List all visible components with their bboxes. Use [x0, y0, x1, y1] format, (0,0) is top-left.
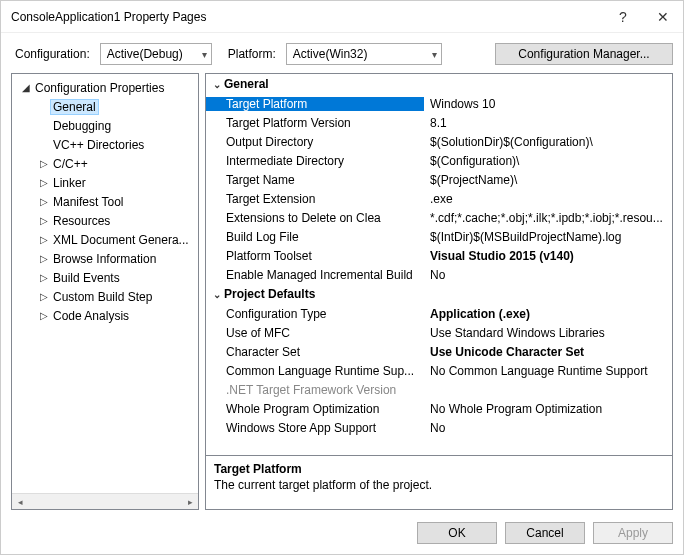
- tree-item[interactable]: ▷Custom Build Step: [12, 287, 198, 306]
- property-row[interactable]: Extensions to Delete on Clea*.cdf;*.cach…: [206, 208, 672, 227]
- tree-item[interactable]: VC++ Directories: [12, 135, 198, 154]
- property-value[interactable]: $(IntDir)$(MSBuildProjectName).log: [424, 230, 672, 244]
- tree-item-label: Build Events: [50, 271, 123, 285]
- expand-icon[interactable]: ▷: [38, 177, 50, 188]
- property-value[interactable]: .exe: [424, 192, 672, 206]
- platform-dropdown[interactable]: Active(Win32) ▾: [286, 43, 442, 65]
- apply-button[interactable]: Apply: [593, 522, 673, 544]
- property-value[interactable]: Application (.exe): [424, 307, 672, 321]
- property-row[interactable]: Target Name$(ProjectName)\: [206, 170, 672, 189]
- property-value[interactable]: *.cdf;*.cache;*.obj;*.ilk;*.ipdb;*.iobj;…: [424, 211, 672, 225]
- property-name: Common Language Runtime Sup...: [206, 364, 424, 378]
- chevron-down-icon: ▾: [432, 49, 437, 60]
- property-row[interactable]: .NET Target Framework Version: [206, 380, 672, 399]
- property-value[interactable]: $(Configuration)\: [424, 154, 672, 168]
- tree-root-label: Configuration Properties: [32, 81, 167, 95]
- collapse-icon[interactable]: ⌄: [210, 79, 224, 90]
- tree-item[interactable]: ▷Resources: [12, 211, 198, 230]
- property-row[interactable]: Target Extension.exe: [206, 189, 672, 208]
- property-value[interactable]: No Whole Program Optimization: [424, 402, 672, 416]
- property-grid[interactable]: ⌄ General Target PlatformWindows 10Targe…: [205, 73, 673, 456]
- property-row[interactable]: Configuration TypeApplication (.exe): [206, 304, 672, 323]
- tree-item-label: General: [50, 99, 99, 115]
- ok-button[interactable]: OK: [417, 522, 497, 544]
- scroll-left-icon[interactable]: ◂: [12, 495, 28, 509]
- property-value[interactable]: Visual Studio 2015 (v140): [424, 249, 672, 263]
- expand-icon[interactable]: ▷: [38, 196, 50, 207]
- property-name: .NET Target Framework Version: [206, 383, 424, 397]
- chevron-down-icon: ▾: [202, 49, 207, 60]
- property-value[interactable]: 8.1: [424, 116, 672, 130]
- property-row[interactable]: Common Language Runtime Sup...No Common …: [206, 361, 672, 380]
- configuration-dropdown[interactable]: Active(Debug) ▾: [100, 43, 212, 65]
- expand-icon[interactable]: ▷: [38, 310, 50, 321]
- collapse-icon[interactable]: ⌄: [210, 289, 224, 300]
- group-general[interactable]: ⌄ General: [206, 74, 672, 94]
- property-row[interactable]: Intermediate Directory$(Configuration)\: [206, 151, 672, 170]
- tree-item[interactable]: ▷Code Analysis: [12, 306, 198, 325]
- tree-item[interactable]: ▷C/C++: [12, 154, 198, 173]
- property-name: Target Name: [206, 173, 424, 187]
- property-name: Platform Toolset: [206, 249, 424, 263]
- tree-body[interactable]: ◢ Configuration Properties GeneralDebugg…: [12, 74, 198, 493]
- tree-item[interactable]: ▷Manifest Tool: [12, 192, 198, 211]
- collapse-icon[interactable]: ◢: [20, 82, 32, 93]
- property-value[interactable]: Use Standard Windows Libraries: [424, 326, 672, 340]
- tree-item[interactable]: General: [12, 97, 198, 116]
- property-row[interactable]: Platform ToolsetVisual Studio 2015 (v140…: [206, 246, 672, 265]
- property-row[interactable]: Output Directory$(SolutionDir)$(Configur…: [206, 132, 672, 151]
- expand-icon[interactable]: ▷: [38, 253, 50, 264]
- property-row[interactable]: Windows Store App SupportNo: [206, 418, 672, 437]
- property-row[interactable]: Enable Managed Incremental BuildNo: [206, 265, 672, 284]
- tree-item[interactable]: ▷Browse Information: [12, 249, 198, 268]
- property-row[interactable]: Target Platform Version8.1: [206, 113, 672, 132]
- property-value[interactable]: $(ProjectName)\: [424, 173, 672, 187]
- tree-item[interactable]: ▷Build Events: [12, 268, 198, 287]
- expand-icon[interactable]: ▷: [38, 234, 50, 245]
- property-name: Target Platform Version: [206, 116, 424, 130]
- tree-item[interactable]: ▷Linker: [12, 173, 198, 192]
- property-row[interactable]: Whole Program OptimizationNo Whole Progr…: [206, 399, 672, 418]
- property-name: Build Log File: [206, 230, 424, 244]
- configuration-manager-button[interactable]: Configuration Manager...: [495, 43, 673, 65]
- tree-item-label: XML Document Genera...: [50, 233, 192, 247]
- tree-item[interactable]: ▷XML Document Genera...: [12, 230, 198, 249]
- tree-item[interactable]: Debugging: [12, 116, 198, 135]
- help-icon[interactable]: ?: [603, 1, 643, 33]
- property-value[interactable]: No: [424, 268, 672, 282]
- expand-icon[interactable]: ▷: [38, 272, 50, 283]
- property-name: Output Directory: [206, 135, 424, 149]
- scrollbar-track[interactable]: [28, 495, 182, 509]
- dialog-footer: OK Cancel Apply: [1, 514, 683, 554]
- expand-icon[interactable]: ▷: [38, 291, 50, 302]
- scroll-right-icon[interactable]: ▸: [182, 495, 198, 509]
- tree-root-configuration-properties[interactable]: ◢ Configuration Properties: [12, 78, 198, 97]
- property-pages-dialog: ConsoleApplication1 Property Pages ? ✕ C…: [0, 0, 684, 555]
- tree-horizontal-scrollbar[interactable]: ◂ ▸: [12, 493, 198, 509]
- property-row[interactable]: Build Log File$(IntDir)$(MSBuildProjectN…: [206, 227, 672, 246]
- property-value[interactable]: No Common Language Runtime Support: [424, 364, 672, 378]
- cancel-button[interactable]: Cancel: [505, 522, 585, 544]
- tree-item-label: Resources: [50, 214, 113, 228]
- property-value[interactable]: Use Unicode Character Set: [424, 345, 672, 359]
- close-icon[interactable]: ✕: [643, 1, 683, 33]
- property-row[interactable]: Target PlatformWindows 10: [206, 94, 672, 113]
- window-title: ConsoleApplication1 Property Pages: [11, 10, 603, 24]
- property-name: Target Extension: [206, 192, 424, 206]
- group-general-label: General: [224, 77, 269, 91]
- description-text: The current target platform of the proje…: [214, 478, 664, 492]
- property-value[interactable]: Windows 10: [424, 97, 672, 111]
- property-name: Intermediate Directory: [206, 154, 424, 168]
- property-name: Whole Program Optimization: [206, 402, 424, 416]
- configuration-label: Configuration:: [15, 47, 90, 61]
- property-name: Configuration Type: [206, 307, 424, 321]
- configuration-value: Active(Debug): [107, 47, 183, 61]
- property-row[interactable]: Character SetUse Unicode Character Set: [206, 342, 672, 361]
- property-value[interactable]: No: [424, 421, 672, 435]
- group-project-defaults-label: Project Defaults: [224, 287, 315, 301]
- expand-icon[interactable]: ▷: [38, 215, 50, 226]
- property-value[interactable]: $(SolutionDir)$(Configuration)\: [424, 135, 672, 149]
- property-row[interactable]: Use of MFCUse Standard Windows Libraries: [206, 323, 672, 342]
- group-project-defaults[interactable]: ⌄ Project Defaults: [206, 284, 672, 304]
- expand-icon[interactable]: ▷: [38, 158, 50, 169]
